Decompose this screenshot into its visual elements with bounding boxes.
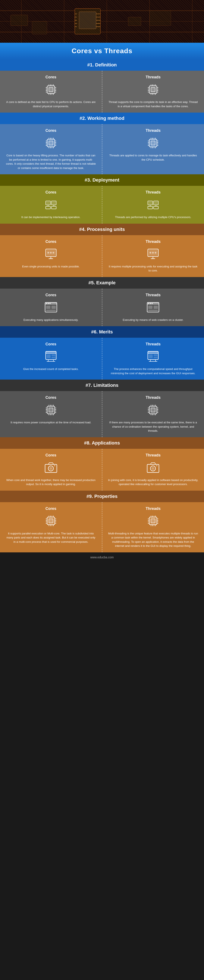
section-s9: #9. PropertiesCores It supports parallel… xyxy=(0,491,204,552)
left-text-s7: It requires more power consumption at th… xyxy=(5,420,97,425)
comparison-row-s3: Cores It can be implemented by interleav… xyxy=(0,186,204,224)
right-cell-s3: Threads Threads are performed by utilizi… xyxy=(102,186,204,224)
section-header-text-s9: #9. Properties xyxy=(86,494,118,499)
left-title-s3: Cores xyxy=(5,190,97,194)
right-icon-s9 xyxy=(146,514,161,528)
footer: www.educba.com xyxy=(0,552,204,562)
svg-rect-102 xyxy=(46,202,50,204)
svg-rect-105 xyxy=(46,206,50,209)
comparison-row-s1: Cores A core is defined as the task fed … xyxy=(0,71,204,113)
svg-rect-24 xyxy=(32,21,47,34)
left-title-s1: Cores xyxy=(5,75,97,80)
right-cell-s2: Threads Threads are applied to cores to … xyxy=(102,124,204,174)
comparison-row-s4: Cores Even single processing units is ma… xyxy=(0,235,204,277)
left-text-s2: Core is based on the heavy lifting proce… xyxy=(5,153,97,170)
left-text-s1: A core is defined as the task fed to CPU… xyxy=(5,100,97,108)
left-text-s5: Executing many applications simultaneous… xyxy=(5,318,97,322)
left-icon-s3 xyxy=(43,197,58,212)
right-cell-s4: Threads It requires multiple processing … xyxy=(102,235,204,277)
section-header-s2: #2. Working method xyxy=(0,113,204,124)
section-header-text-s5: #5. Example xyxy=(88,280,116,285)
left-text-s4: Even single processing units is made pos… xyxy=(5,264,97,269)
right-text-s5: Executing by means of web crawlers on a … xyxy=(108,318,199,322)
right-title-s5: Threads xyxy=(108,293,199,298)
right-icon-s7 xyxy=(146,402,161,417)
section-header-s5: #5. Example xyxy=(0,277,204,289)
left-icon-s1 xyxy=(43,82,58,97)
left-icon-s6 xyxy=(43,349,58,364)
svg-rect-159 xyxy=(149,354,153,358)
section-header-s3: #3. Deployment xyxy=(0,174,204,186)
section-header-text-s6: #6. Merits xyxy=(91,329,113,334)
section-header-s7: #7. Limitations xyxy=(0,380,204,391)
svg-rect-136 xyxy=(46,305,50,309)
left-icon-s9 xyxy=(43,514,58,528)
section-header-text-s8: #8. Applications xyxy=(84,440,120,445)
svg-point-129 xyxy=(152,252,154,253)
left-cell-s9: Cores It supports parallel execution or … xyxy=(0,502,102,552)
svg-rect-160 xyxy=(154,354,158,356)
section-header-text-s7: #7. Limitations xyxy=(86,383,118,388)
section-header-text-s3: #3. Deployment xyxy=(84,177,120,183)
svg-rect-104 xyxy=(52,202,56,204)
left-text-s3: It can be implemented by interleaving op… xyxy=(5,215,97,220)
section-header-s6: #6. Merits xyxy=(0,326,204,338)
left-title-s9: Cores xyxy=(5,506,97,511)
section-s8: #8. ApplicationsCores When core and thre… xyxy=(0,437,204,491)
left-icon-s2 xyxy=(43,135,58,150)
comparison-row-s2: Cores Core is based on the heavy lifting… xyxy=(0,124,204,174)
left-title-s6: Cores xyxy=(5,342,97,347)
right-icon-s6 xyxy=(146,349,161,364)
svg-point-141 xyxy=(148,303,149,304)
section-header-s1: #1. Definition xyxy=(0,59,204,71)
sections-container: #1. DefinitionCores A core is defined as… xyxy=(0,59,204,552)
svg-rect-144 xyxy=(148,305,153,309)
right-icon-s4 xyxy=(146,247,161,261)
section-s1: #1. DefinitionCores A core is defined as… xyxy=(0,59,204,113)
right-title-s9: Threads xyxy=(108,506,199,511)
svg-rect-137 xyxy=(51,305,56,309)
right-cell-s7: Threads If there are many processes to b… xyxy=(102,391,204,437)
left-cell-s7: Cores It requires more power consumption… xyxy=(0,391,102,437)
right-cell-s8: Threads In joining with core, it is broa… xyxy=(102,449,204,491)
left-cell-s5: Cores Executing many applications simult… xyxy=(0,289,102,326)
left-title-s8: Cores xyxy=(5,453,97,458)
left-title-s4: Cores xyxy=(5,239,97,244)
comparison-row-s9: Cores It supports parallel execution or … xyxy=(0,502,204,552)
section-s2: #2. Working methodCores Core is based on… xyxy=(0,113,204,174)
section-header-text-s2: #2. Working method xyxy=(80,116,124,121)
right-icon-s2 xyxy=(146,135,161,150)
svg-point-122 xyxy=(50,252,52,253)
svg-rect-106 xyxy=(51,206,56,209)
right-title-s2: Threads xyxy=(108,128,199,133)
right-cell-s1: Threads Thread supports the core to comp… xyxy=(102,71,204,113)
left-text-s8: When core and thread work together, ther… xyxy=(5,478,97,486)
right-text-s6: The process enhances the computational s… xyxy=(108,367,199,375)
right-icon-s3 xyxy=(146,197,161,212)
section-s5: #5. ExampleCores Executing many applicat… xyxy=(0,277,204,326)
left-title-s2: Cores xyxy=(5,128,97,133)
section-header-text-s4: #4. Processing units xyxy=(79,227,125,232)
left-title-s7: Cores xyxy=(5,395,97,400)
comparison-row-s5: Cores Executing many applications simult… xyxy=(0,289,204,326)
comparison-row-s8: Cores When core and thread work together… xyxy=(0,449,204,491)
section-header-s8: #8. Applications xyxy=(0,437,204,449)
svg-point-121 xyxy=(48,252,49,253)
svg-point-205 xyxy=(49,467,53,470)
svg-rect-0 xyxy=(0,0,204,43)
right-title-s1: Threads xyxy=(108,75,199,80)
right-icon-s1 xyxy=(146,82,161,97)
left-cell-s8: Cores When core and thread work together… xyxy=(0,449,102,491)
svg-point-135 xyxy=(49,303,50,304)
svg-rect-150 xyxy=(47,354,51,358)
svg-point-142 xyxy=(150,303,151,304)
right-title-s6: Threads xyxy=(108,342,199,347)
left-cell-s6: Cores Give the increased count of comple… xyxy=(0,338,102,380)
left-cell-s4: Cores Even single processing units is ma… xyxy=(0,235,102,277)
left-text-s9: It supports parallel execution or Multi-… xyxy=(5,531,97,544)
left-text-s6: Give the increased count of completed ta… xyxy=(5,367,97,371)
right-text-s4: It requires multiple processing units fo… xyxy=(108,264,199,273)
section-s3: #3. DeploymentCores It can be implemente… xyxy=(0,174,204,224)
right-text-s3: Threads are performed by utilizing multi… xyxy=(108,215,199,220)
right-cell-s5: Threads Executing by means of web crawle… xyxy=(102,289,204,326)
